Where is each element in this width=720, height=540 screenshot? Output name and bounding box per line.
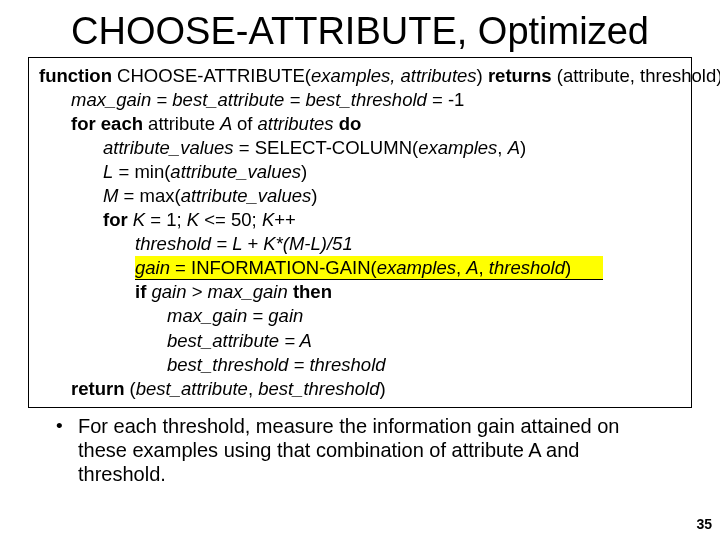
- code-line: for K = 1; K <= 50; K++: [39, 208, 681, 232]
- slide-title: CHOOSE-ATTRIBUTE, Optimized: [28, 10, 692, 53]
- code-line: best_attribute = A: [39, 329, 681, 353]
- code-line: threshold = L + K*(M-L)/51: [39, 232, 681, 256]
- code-line-highlighted: gain = INFORMATION-GAIN(examples, A, thr…: [39, 256, 681, 280]
- code-line: max_gain = gain: [39, 304, 681, 328]
- code-line: attribute_values = SELECT-COLUMN(example…: [39, 136, 681, 160]
- code-line: M = max(attribute_values): [39, 184, 681, 208]
- page-number: 35: [696, 516, 712, 532]
- code-line: L = min(attribute_values): [39, 160, 681, 184]
- code-line: best_threshold = threshold: [39, 353, 681, 377]
- slide: CHOOSE-ATTRIBUTE, Optimized function CHO…: [0, 0, 720, 540]
- code-line: if gain > max_gain then: [39, 280, 681, 304]
- bullet-text: For each threshold, measure the informat…: [78, 414, 672, 487]
- code-line: function CHOOSE-ATTRIBUTE(examples, attr…: [39, 64, 681, 88]
- code-line: for each attribute A of attributes do: [39, 112, 681, 136]
- bullet-item: • For each threshold, measure the inform…: [28, 414, 692, 487]
- code-line: return (best_attribute, best_threshold): [39, 377, 681, 401]
- pseudocode-box: function CHOOSE-ATTRIBUTE(examples, attr…: [28, 57, 692, 408]
- code-line: max_gain = best_attribute = best_thresho…: [39, 88, 681, 112]
- bullet-icon: •: [56, 414, 78, 437]
